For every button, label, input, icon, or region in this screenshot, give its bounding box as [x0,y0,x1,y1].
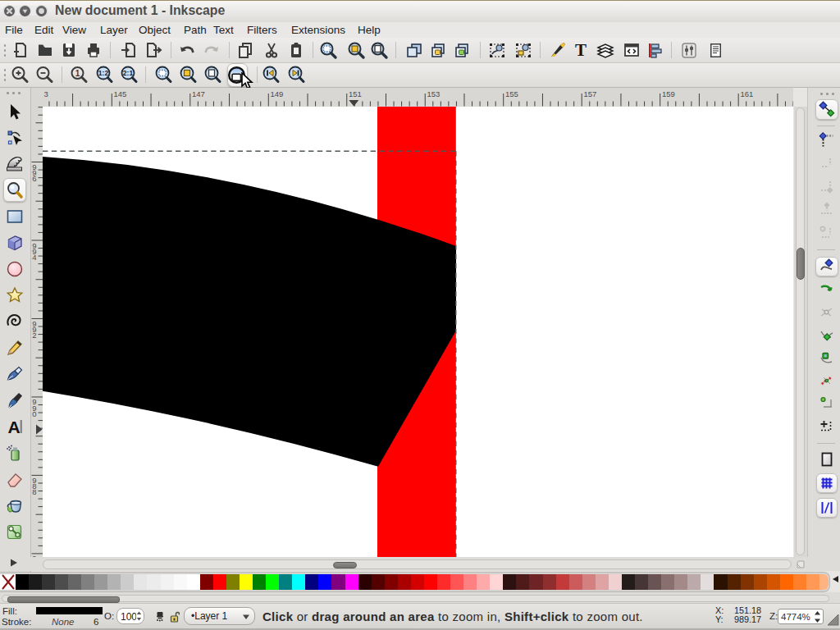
svg-text:A: A [7,418,20,436]
svg-text:161: 161 [740,89,753,98]
svg-text:159: 159 [662,89,675,98]
svg-text:1:2: 1:2 [98,69,109,77]
svg-text:T: T [575,40,587,60]
svg-text:155: 155 [505,89,518,98]
svg-text:0: 0 [32,409,36,418]
svg-text:149: 149 [271,89,284,98]
svg-text:8: 8 [32,487,36,496]
svg-text:4: 4 [32,253,36,262]
svg-text:1: 1 [75,69,80,78]
svg-text:147: 147 [192,89,205,98]
svg-text:2:1: 2:1 [123,69,134,77]
svg-text:145: 145 [114,89,127,98]
svg-text:2: 2 [32,331,36,340]
svg-text:157: 157 [583,89,596,98]
svg-text:151: 151 [349,89,362,98]
svg-text:3: 3 [44,89,48,98]
svg-text:153: 153 [427,89,440,98]
svg-text:6: 6 [32,174,36,183]
